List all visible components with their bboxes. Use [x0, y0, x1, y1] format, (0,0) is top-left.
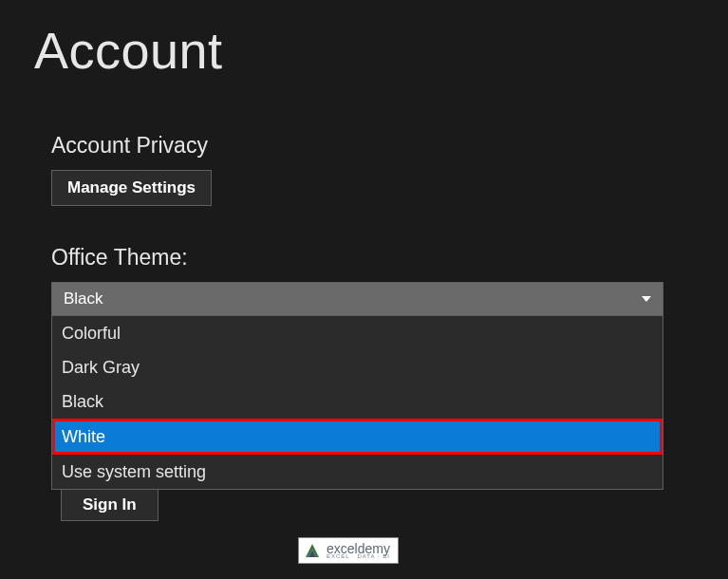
manage-settings-button[interactable]: Manage Settings — [51, 170, 212, 206]
account-privacy-section: Account Privacy Manage Settings — [51, 133, 212, 206]
office-theme-option[interactable]: Use system setting — [52, 455, 663, 489]
account-page: Account Account Privacy Manage Settings … — [0, 0, 728, 579]
office-theme-option[interactable]: White — [52, 419, 663, 455]
office-theme-section: Office Theme: Black ColorfulDark GrayBla… — [51, 245, 663, 490]
office-theme-option[interactable]: Colorful — [52, 316, 663, 350]
page-title: Account — [34, 21, 223, 80]
office-theme-selected[interactable]: Black — [51, 282, 663, 316]
account-privacy-heading: Account Privacy — [51, 133, 212, 159]
office-theme-selected-label: Black — [64, 290, 103, 308]
office-theme-heading: Office Theme: — [51, 245, 663, 271]
exceldemy-logo-icon — [303, 541, 322, 560]
sign-in-button[interactable]: Sign In — [61, 489, 159, 521]
office-theme-option[interactable]: Black — [52, 384, 663, 419]
chevron-down-icon — [642, 296, 651, 302]
office-theme-dropdown[interactable]: Black ColorfulDark GrayBlackWhiteUse sys… — [51, 282, 663, 490]
exceldemy-watermark: exceldemy EXCEL · DATA · BI — [298, 537, 399, 564]
exceldemy-tagline: EXCEL · DATA · BI — [327, 553, 390, 559]
office-theme-options-list: ColorfulDark GrayBlackWhiteUse system se… — [51, 316, 663, 490]
office-theme-option[interactable]: Dark Gray — [52, 350, 663, 384]
